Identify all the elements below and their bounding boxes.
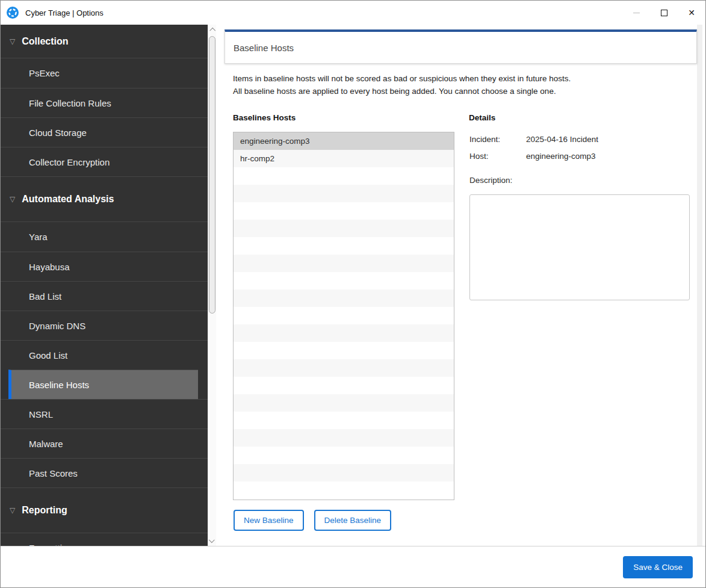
sidebar-scrollbar[interactable] xyxy=(208,25,216,546)
scroll-down-icon[interactable] xyxy=(208,534,216,545)
section-label: Automated Analysis xyxy=(22,194,114,205)
host-row-hr-comp2[interactable]: hr-comp2 xyxy=(234,150,454,167)
baselines-hosts-label: Baselines Hosts xyxy=(233,113,296,122)
host-row-empty[interactable] xyxy=(234,289,454,307)
host-row-empty[interactable] xyxy=(234,412,454,429)
host-row-empty[interactable] xyxy=(234,255,454,272)
window-title: Cyber Triage | Options xyxy=(25,8,104,17)
delete-baseline-button[interactable]: Delete Baseline xyxy=(314,510,392,531)
sidebar-item-hayabusa[interactable]: Hayabusa xyxy=(1,252,208,281)
triangle-down-icon: ▽ xyxy=(10,195,15,203)
sidebar-item-label: Yara xyxy=(29,232,48,242)
sidebar-item-cloud-storage[interactable]: Cloud Storage xyxy=(1,117,208,147)
description-label: Description: xyxy=(469,176,512,185)
footer-bar: Save & Close xyxy=(1,546,705,587)
titlebar: Cyber Triage | Options ✕ xyxy=(1,1,705,25)
host-row-empty[interactable] xyxy=(234,342,454,359)
content-right-gutter xyxy=(697,25,702,546)
sidebar-item-label: Good List xyxy=(29,350,67,361)
scrollbar-thumb[interactable] xyxy=(209,36,215,314)
sidebar-item-label: Hayabusa xyxy=(29,262,70,272)
minimize-button[interactable] xyxy=(622,1,650,25)
host-row-empty[interactable] xyxy=(234,394,454,412)
scroll-up-icon[interactable] xyxy=(208,26,216,36)
host-row-empty[interactable] xyxy=(234,185,454,202)
host-row-empty[interactable] xyxy=(234,307,454,324)
host-row-empty[interactable] xyxy=(234,481,454,499)
detail-row-host: Host:engineering-comp3 xyxy=(469,147,598,164)
sidebar-item-good-list[interactable]: Good List xyxy=(1,340,208,370)
detail-field-label: Host: xyxy=(469,152,526,161)
sidebar-section-collection[interactable]: ▽Collection xyxy=(1,25,208,58)
sidebar-item-label: Cloud Storage xyxy=(29,128,87,138)
save-close-button[interactable]: Save & Close xyxy=(623,556,693,578)
host-row-empty[interactable] xyxy=(234,167,454,185)
triangle-down-icon: ▽ xyxy=(10,37,15,46)
section-label: Collection xyxy=(22,36,68,47)
description-textarea[interactable] xyxy=(469,194,690,300)
intro-line-1: Items in baseline hosts will not be scor… xyxy=(233,74,571,83)
host-row-empty[interactable] xyxy=(234,377,454,394)
main-content: Baseline Hosts Items in baseline hosts w… xyxy=(216,25,705,546)
options-sidebar: ▽CollectionPsExecFile Collection RulesCl… xyxy=(1,25,208,546)
details-fields: Incident:2025-04-16 IncidentHost:enginee… xyxy=(469,131,598,164)
sidebar-item-label: File Collection Rules xyxy=(29,98,111,108)
baseline-hosts-list[interactable]: engineering-comp3hr-comp2 xyxy=(233,132,454,500)
sidebar-item-label: Baseline Hosts xyxy=(29,380,89,390)
maximize-button[interactable] xyxy=(650,1,678,25)
minimize-dash-icon xyxy=(633,13,640,13)
cyber-triage-logo-icon xyxy=(6,6,19,19)
sidebar-item-label: Bad List xyxy=(29,291,61,302)
sidebar-item-baseline-hosts[interactable]: Baseline Hosts xyxy=(8,370,198,399)
host-row-empty[interactable] xyxy=(234,429,454,447)
host-row-empty[interactable] xyxy=(234,447,454,464)
detail-field-value: engineering-comp3 xyxy=(526,152,596,161)
sidebar-item-formatting[interactable]: Formatting xyxy=(1,533,208,546)
new-baseline-button[interactable]: New Baseline xyxy=(234,510,304,531)
detail-row-incident: Incident:2025-04-16 Incident xyxy=(469,131,598,147)
sidebar-item-dynamic-dns[interactable]: Dynamic DNS xyxy=(1,311,208,340)
sidebar-item-past-scores[interactable]: Past Scores xyxy=(1,458,208,487)
list-action-buttons: New BaselineDelete Baseline xyxy=(234,510,391,531)
host-row-empty[interactable] xyxy=(234,324,454,342)
sidebar-item-label: Dynamic DNS xyxy=(29,321,85,331)
host-row-empty[interactable] xyxy=(234,359,454,377)
detail-field-value: 2025-04-16 Incident xyxy=(526,135,598,144)
options-window: Cyber Triage | Options ✕ ▽CollectionPsEx… xyxy=(0,0,706,588)
sidebar-item-label: NSRL xyxy=(29,409,53,419)
sidebar-item-label: Past Scores xyxy=(29,468,78,478)
host-row-empty[interactable] xyxy=(234,202,454,220)
sidebar-item-psexec[interactable]: PsExec xyxy=(1,58,208,88)
host-row-empty[interactable] xyxy=(234,220,454,237)
sidebar-item-collector-encryption[interactable]: Collector Encryption xyxy=(1,147,208,176)
sidebar-item-yara[interactable]: Yara xyxy=(1,222,208,252)
sidebar-item-bad-list[interactable]: Bad List xyxy=(1,281,208,311)
host-row-empty[interactable] xyxy=(234,237,454,255)
sidebar-section-reporting[interactable]: ▽Reporting xyxy=(1,487,208,533)
host-row-engineering-comp3[interactable]: engineering-comp3 xyxy=(234,132,454,150)
detail-field-label: Incident: xyxy=(469,135,526,144)
section-label: Reporting xyxy=(22,505,67,516)
intro-line-2: All baseline hosts are applied to every … xyxy=(233,87,556,96)
sidebar-item-nsrl[interactable]: NSRL xyxy=(1,399,208,429)
sidebar-item-label: Collector Encryption xyxy=(29,157,110,167)
page-title: Baseline Hosts xyxy=(234,43,294,53)
host-row-empty[interactable] xyxy=(234,272,454,289)
sidebar-item-label: Malware xyxy=(29,439,63,449)
sidebar-item-label: PsExec xyxy=(29,68,60,78)
host-row-empty[interactable] xyxy=(234,464,454,481)
details-label: Details xyxy=(469,113,495,122)
triangle-down-icon: ▽ xyxy=(10,506,15,515)
sidebar-section-automated-analysis[interactable]: ▽Automated Analysis xyxy=(1,176,208,222)
close-button[interactable]: ✕ xyxy=(678,1,705,25)
sidebar-item-malware[interactable]: Malware xyxy=(1,429,208,458)
maximize-square-icon xyxy=(661,10,667,16)
sidebar-item-file-collection-rules[interactable]: File Collection Rules xyxy=(1,88,208,117)
page-header-card: Baseline Hosts xyxy=(224,29,697,64)
window-controls: ✕ xyxy=(622,1,705,25)
